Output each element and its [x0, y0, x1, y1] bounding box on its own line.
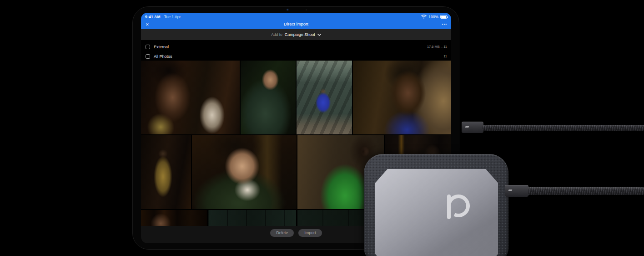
- import-button[interactable]: Import: [298, 229, 322, 237]
- source-label: External: [154, 45, 169, 49]
- status-date: Tue 1 Apr: [164, 15, 181, 19]
- photo-thumbnail[interactable]: [141, 61, 240, 134]
- battery-percent: 100%: [428, 15, 438, 19]
- photo-thumbnail[interactable]: [141, 210, 207, 226]
- source-list: External 17.6 MB – 11 All Photos 11: [141, 42, 451, 61]
- photo-thumbnail[interactable]: [141, 135, 191, 209]
- app-header: ✕ Direct import •••: [141, 20, 451, 29]
- external-ssd-drive: [364, 154, 508, 256]
- album-selector[interactable]: Add to Campaign Shoot: [141, 29, 451, 40]
- source-label: All Photos: [154, 54, 172, 59]
- source-meta: 11: [443, 54, 447, 58]
- status-bar: 9:41 AM Tue 1 Apr 100%: [141, 13, 451, 20]
- braided-cable: [483, 125, 644, 131]
- usb-c-connector: [462, 122, 483, 133]
- scene: 9:41 AM Tue 1 Apr 100% ✕ Direct im: [0, 0, 644, 256]
- status-and-header: 9:41 AM Tue 1 Apr 100% ✕ Direct im: [141, 13, 451, 29]
- checkbox-all-photos[interactable]: [146, 54, 150, 59]
- album-name: Campaign Shoot: [285, 32, 315, 37]
- status-time: 9:41 AM: [145, 15, 161, 19]
- add-to-label: Add to: [271, 32, 282, 37]
- photo-thumbnail[interactable]: [353, 61, 451, 134]
- source-meta: 17.6 MB – 11: [427, 45, 447, 49]
- sensor-dot-icon: [306, 9, 307, 10]
- photo-thumbnail[interactable]: [208, 210, 296, 226]
- source-row-all-photos[interactable]: All Photos 11: [141, 51, 451, 61]
- source-row-external[interactable]: External 17.6 MB – 11: [141, 42, 451, 51]
- thunderbolt-mark-icon: [465, 126, 469, 128]
- chevron-down-icon: [317, 34, 321, 36]
- wifi-icon: [421, 15, 427, 19]
- more-options-icon[interactable]: •••: [442, 20, 447, 28]
- g-brand-logo-icon: [444, 192, 473, 221]
- usb-c-connector: [505, 185, 528, 197]
- photo-thumbnail[interactable]: [297, 61, 352, 134]
- battery-icon: [440, 15, 447, 19]
- checkbox-external[interactable]: [146, 45, 150, 49]
- delete-button[interactable]: Delete: [270, 229, 294, 237]
- braided-cable: [527, 187, 644, 195]
- photo-grid-row: [141, 61, 451, 134]
- photo-thumbnail[interactable]: [192, 135, 297, 209]
- photo-thumbnail[interactable]: [241, 61, 296, 134]
- thunderbolt-mark-icon: [508, 189, 512, 191]
- drive-metal-plate: [375, 169, 498, 256]
- page-title: Direct import: [141, 21, 451, 26]
- front-camera-icon: [287, 9, 289, 11]
